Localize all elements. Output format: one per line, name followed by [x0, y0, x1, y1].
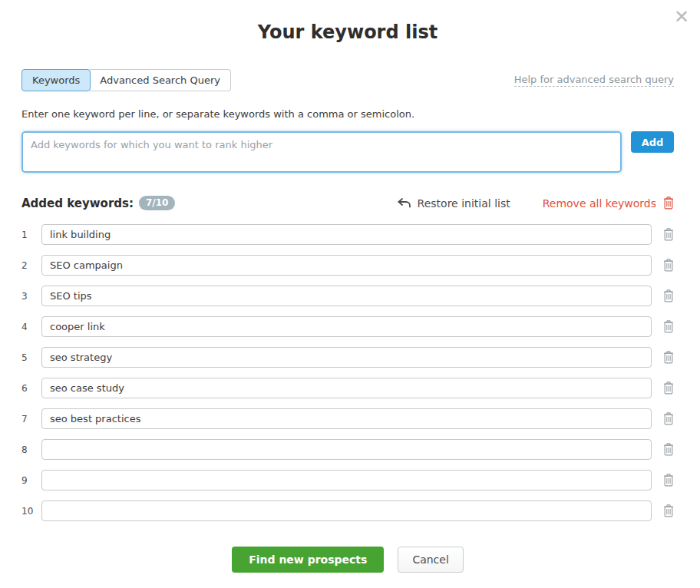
- keyword-row-5: 5: [21, 347, 674, 368]
- trash-icon: [663, 320, 674, 333]
- footer-actions: Find new prospects Cancel: [21, 547, 674, 573]
- trash-icon: [663, 197, 674, 210]
- remove-all-keywords-label: Remove all keywords: [543, 197, 656, 210]
- restore-initial-list-label: Restore initial list: [418, 197, 510, 210]
- keyword-input-6[interactable]: [41, 378, 652, 398]
- delete-keyword-button[interactable]: [663, 228, 674, 241]
- close-icon[interactable]: ✕: [674, 8, 689, 26]
- keyword-entry-row: Add: [21, 131, 674, 173]
- delete-keyword-button[interactable]: [663, 474, 674, 487]
- help-advanced-search-link[interactable]: Help for advanced search query: [514, 74, 674, 87]
- keyword-input-1[interactable]: [41, 224, 652, 245]
- trash-icon: [663, 289, 674, 302]
- keyword-count-badge: 7/10: [139, 196, 175, 210]
- tabs-row: Keywords Advanced Search Query Help for …: [21, 69, 674, 91]
- find-new-prospects-button[interactable]: Find new prospects: [232, 547, 384, 573]
- delete-keyword-button[interactable]: [663, 351, 674, 364]
- keyword-input-8[interactable]: [41, 439, 652, 460]
- keyword-input-9[interactable]: [41, 470, 652, 491]
- trash-icon: [663, 351, 674, 364]
- keyword-row-4: 4: [21, 316, 674, 337]
- add-button[interactable]: Add: [631, 131, 674, 153]
- delete-keyword-button[interactable]: [663, 289, 674, 302]
- keyword-input-3[interactable]: [41, 286, 652, 306]
- row-number: 1: [21, 230, 41, 240]
- keyword-input-4[interactable]: [41, 316, 652, 337]
- keyword-row-10: 10: [21, 500, 674, 521]
- row-number: 10: [21, 506, 41, 517]
- row-number: 8: [21, 444, 41, 455]
- keyword-input-2[interactable]: [41, 255, 652, 276]
- keyword-list-modal: ✕ Your keyword list Keywords Advanced Se…: [0, 0, 700, 588]
- tab-keywords[interactable]: Keywords: [21, 69, 91, 91]
- trash-icon: [663, 382, 674, 395]
- trash-icon: [663, 443, 674, 456]
- keyword-input-7[interactable]: [41, 408, 652, 429]
- tab-advanced-search-query[interactable]: Advanced Search Query: [90, 69, 231, 91]
- keyword-input-10[interactable]: [41, 500, 652, 521]
- trash-icon: [663, 228, 674, 241]
- added-keywords-label: Added keywords:: [21, 197, 134, 210]
- undo-arrow-icon: [398, 198, 411, 208]
- cancel-button[interactable]: Cancel: [398, 547, 463, 573]
- trash-icon: [663, 259, 674, 272]
- keyword-row-6: 6: [21, 378, 674, 398]
- row-number: 5: [21, 352, 41, 363]
- keyword-row-9: 9: [21, 470, 674, 491]
- trash-icon: [663, 412, 674, 425]
- row-number: 7: [21, 414, 41, 424]
- keyword-row-2: 2: [21, 255, 674, 276]
- row-number: 6: [21, 383, 41, 394]
- instruction-text: Enter one keyword per line, or separate …: [21, 108, 674, 120]
- restore-initial-list-button[interactable]: Restore initial list: [398, 197, 510, 210]
- row-number: 4: [21, 322, 41, 332]
- trash-icon: [663, 474, 674, 487]
- row-number: 9: [21, 475, 41, 486]
- delete-keyword-button[interactable]: [663, 320, 674, 333]
- remove-all-keywords-button[interactable]: Remove all keywords: [543, 197, 674, 210]
- keyword-entry-textarea[interactable]: [21, 131, 622, 173]
- keyword-row-3: 3: [21, 286, 674, 306]
- keyword-row-7: 7: [21, 408, 674, 429]
- page-title: Your keyword list: [21, 21, 674, 43]
- delete-keyword-button[interactable]: [663, 504, 674, 517]
- tab-group: Keywords Advanced Search Query: [21, 69, 231, 91]
- row-number: 3: [21, 291, 41, 302]
- keyword-input-5[interactable]: [41, 347, 652, 368]
- delete-keyword-button[interactable]: [663, 443, 674, 456]
- delete-keyword-button[interactable]: [663, 412, 674, 425]
- delete-keyword-button[interactable]: [663, 382, 674, 395]
- list-header: Added keywords: 7/10 Restore initial lis…: [21, 196, 674, 210]
- trash-icon: [663, 504, 674, 517]
- keyword-row-8: 8: [21, 439, 674, 460]
- keyword-list: 1 2 3: [21, 224, 674, 521]
- keyword-row-1: 1: [21, 224, 674, 245]
- delete-keyword-button[interactable]: [663, 259, 674, 272]
- row-number: 2: [21, 260, 41, 271]
